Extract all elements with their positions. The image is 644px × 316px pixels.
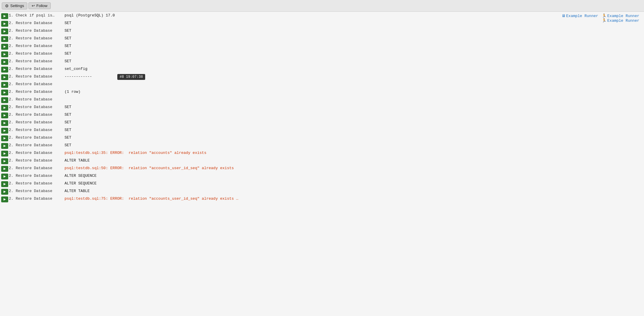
step-badge	[1, 112, 8, 118]
log-text: SET	[65, 20, 71, 25]
step-badge	[1, 28, 8, 34]
log-text: SET	[65, 112, 71, 117]
step-badge	[1, 59, 8, 65]
log-text: psql:testdb.sql:50: ERROR: relation "acc…	[65, 165, 234, 170]
svg-marker-4	[4, 46, 6, 48]
svg-marker-20	[4, 168, 6, 170]
log-text: ALTER TABLE	[65, 188, 90, 193]
step-label: 2. Restore Database	[9, 81, 65, 86]
toolbar: ⚙ Settings ↩ Follow	[0, 0, 644, 12]
log-row: 2. Restore DatabaseSET	[0, 58, 644, 66]
log-row: 2. Restore DatabaseSET	[0, 20, 644, 28]
tooltip-box: #8 19:07:38	[117, 74, 145, 80]
step-badge	[1, 135, 8, 141]
step-label: 2. Restore Database	[9, 51, 65, 56]
step-label: 2. Restore Database	[9, 43, 65, 48]
step-label: 2. Restore Database	[9, 20, 65, 25]
log-text: psql (PostgreSQL) 17.0	[65, 13, 115, 18]
log-text: ALTER SEQUENCE	[65, 173, 96, 178]
svg-marker-6	[4, 61, 6, 63]
step-label: 2. Restore Database	[9, 158, 65, 163]
log-text: SET	[65, 58, 71, 63]
gear-icon: ⚙	[5, 4, 9, 8]
step-badge	[1, 82, 8, 88]
step-badge	[1, 196, 8, 202]
step-badge	[1, 36, 8, 42]
step-label: 2. Restore Database	[9, 181, 65, 186]
step-badge	[1, 97, 8, 103]
step-label: 2. Restore Database	[9, 127, 65, 132]
log-row: 2. Restore DatabaseSET	[0, 112, 644, 119]
log-row: 2. Restore Database	[0, 96, 644, 104]
svg-marker-10	[4, 91, 6, 94]
svg-marker-12	[4, 107, 6, 109]
log-text: psql:testdb.sql:35: ERROR: relation "acc…	[65, 150, 206, 155]
svg-marker-21	[4, 175, 6, 178]
settings-label: Settings	[10, 4, 24, 8]
log-row: 2. Restore DatabaseSET	[0, 119, 644, 127]
log-text: ALTER SEQUENCE	[65, 181, 96, 186]
svg-marker-17	[4, 145, 6, 147]
step-label: 2. Restore Database	[9, 66, 65, 71]
svg-marker-9	[4, 84, 6, 86]
log-row: 2. Restore Databasepsql:testdb.sql:35: E…	[0, 150, 644, 157]
step-badge	[1, 51, 8, 57]
step-badge	[1, 166, 8, 172]
step-badge	[1, 120, 8, 126]
step-badge	[1, 151, 8, 157]
log-row: 2. Restore DatabaseALTER SEQUENCE	[0, 180, 644, 188]
log-text: SET	[65, 43, 71, 48]
step-badge	[1, 189, 8, 195]
svg-marker-0	[4, 15, 6, 17]
log-text: psql:testdb.sql:75: ERROR: relation "acc…	[65, 196, 238, 201]
log-row: 1. Check if psql is…psql (PostgreSQL) 17…	[0, 12, 644, 20]
follow-button[interactable]: ↩ Follow	[28, 2, 51, 9]
log-row: 2. Restore DatabaseALTER TABLE	[0, 188, 644, 196]
log-row: 2. Restore DatabaseSET	[0, 51, 644, 58]
svg-marker-23	[4, 191, 6, 193]
step-label: 2. Restore Database	[9, 165, 65, 170]
step-label: 2. Restore Database	[9, 97, 65, 102]
follow-icon: ↩	[32, 4, 35, 8]
step-badge	[1, 143, 8, 149]
svg-marker-5	[4, 53, 6, 56]
log-row: 2. Restore DatabaseSET	[0, 135, 644, 142]
step-label: 2. Restore Database	[9, 74, 65, 79]
step-label: 2. Restore Database	[9, 196, 65, 201]
log-row: 2. Restore DatabaseALTER TABLE	[0, 157, 644, 165]
step-badge	[1, 128, 8, 134]
log-text: SET	[65, 127, 71, 132]
log-text: SET	[65, 120, 71, 125]
svg-marker-8	[4, 76, 6, 78]
svg-marker-24	[4, 198, 6, 201]
svg-marker-7	[4, 68, 6, 71]
settings-button[interactable]: ⚙ Settings	[2, 2, 27, 9]
step-badge	[1, 13, 8, 19]
step-label: 2. Restore Database	[9, 142, 65, 147]
log-text: SET	[65, 51, 71, 56]
step-label: 2. Restore Database	[9, 150, 65, 155]
log-row: 2. Restore DatabaseSET	[0, 127, 644, 135]
step-label: 2. Restore Database	[9, 104, 65, 109]
svg-marker-1	[4, 23, 6, 25]
svg-marker-11	[4, 99, 6, 101]
log-row: 2. Restore Databaseset_config	[0, 66, 644, 73]
log-text: SET	[65, 28, 71, 33]
log-row: 2. Restore DatabaseSET	[0, 142, 644, 150]
log-row: 2. Restore DatabaseSET	[0, 104, 644, 112]
log-content: 1. Check if psql is…psql (PostgreSQL) 17…	[0, 12, 644, 204]
follow-label: Follow	[36, 4, 48, 8]
step-label: 2. Restore Database	[9, 173, 65, 178]
log-text: SET	[65, 36, 71, 41]
step-badge	[1, 67, 8, 73]
step-badge	[1, 44, 8, 50]
log-row: 2. Restore Databasepsql:testdb.sql:75: E…	[0, 196, 644, 203]
log-row: 2. Restore Database	[0, 81, 644, 89]
log-row: 2. Restore DatabaseSET	[0, 35, 644, 43]
log-text: ALTER TABLE	[65, 158, 90, 163]
svg-marker-3	[4, 38, 6, 40]
step-badge	[1, 181, 8, 187]
step-label: 1. Check if psql is…	[9, 13, 65, 18]
step-label: 2. Restore Database	[9, 89, 65, 94]
svg-marker-19	[4, 160, 6, 162]
